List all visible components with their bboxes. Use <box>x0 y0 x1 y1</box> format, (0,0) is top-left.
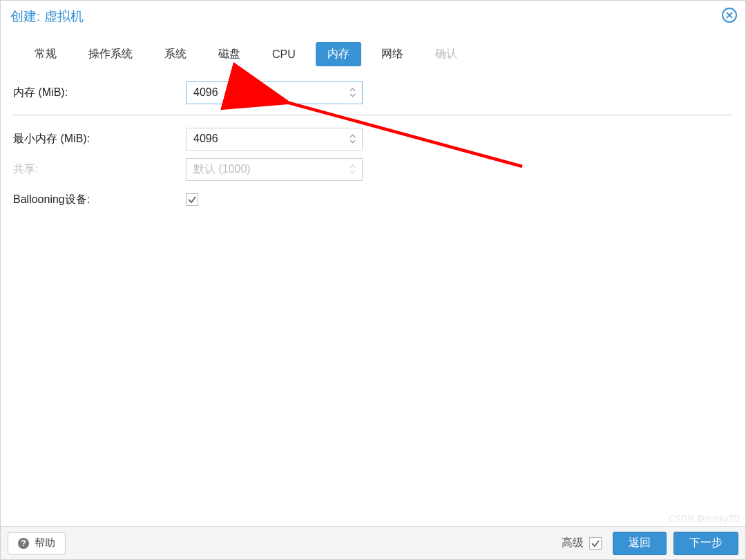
chevron-down-icon <box>350 170 356 174</box>
dialog-header: 创建: 虚拟机 <box>1 1 745 32</box>
shares-spinner-arrows <box>347 159 358 180</box>
form-body: 内存 (MiB): 最小内存 (MiB): 共享: <box>1 76 745 526</box>
min-memory-row: 最小内存 (MiB): <box>13 126 733 151</box>
memory-row: 内存 (MiB): <box>13 80 733 105</box>
shares-label: 共享: <box>13 162 186 177</box>
tab-os[interactable]: 操作系统 <box>77 42 144 66</box>
chevron-up-icon <box>350 164 356 168</box>
tab-system[interactable]: 系统 <box>153 42 198 66</box>
shares-input-wrapper <box>186 158 363 181</box>
check-icon <box>187 195 197 204</box>
chevron-down-icon <box>350 139 356 144</box>
chevron-down-icon <box>350 93 356 97</box>
min-memory-input[interactable] <box>186 128 362 150</box>
memory-input-wrapper <box>186 81 363 104</box>
help-button[interactable]: ? 帮助 <box>8 532 66 554</box>
create-vm-dialog: 创建: 虚拟机 常规 操作系统 系统 磁盘 CPU 内存 网络 确认 内存 (M… <box>0 0 746 560</box>
shares-row: 共享: <box>13 157 733 182</box>
tab-confirm: 确认 <box>423 42 469 66</box>
check-icon <box>591 539 600 548</box>
wizard-tabs: 常规 操作系统 系统 磁盘 CPU 内存 网络 确认 <box>1 32 745 76</box>
tab-disk[interactable]: 磁盘 <box>207 42 252 66</box>
back-button[interactable]: 返回 <box>613 532 667 555</box>
help-label: 帮助 <box>35 537 55 550</box>
help-icon: ? <box>18 538 29 549</box>
advanced-checkbox[interactable] <box>589 537 602 550</box>
tab-network[interactable]: 网络 <box>370 42 415 66</box>
next-button[interactable]: 下一步 <box>673 532 738 555</box>
close-icon <box>726 12 733 19</box>
min-memory-label: 最小内存 (MiB): <box>13 132 186 146</box>
advanced-label: 高级 <box>562 536 584 550</box>
ballooning-row: Ballooning设备: <box>13 187 733 212</box>
shares-input <box>186 159 362 180</box>
min-memory-spinner-arrows[interactable] <box>347 128 358 150</box>
tab-general[interactable]: 常规 <box>23 42 68 66</box>
memory-label: 内存 (MiB): <box>13 86 186 100</box>
memory-input[interactable] <box>186 82 362 104</box>
dialog-footer: ? 帮助 高级 返回 下一步 <box>1 526 745 559</box>
close-button[interactable] <box>722 8 737 23</box>
advanced-toggle[interactable]: 高级 <box>562 536 602 550</box>
memory-spinner-arrows[interactable] <box>347 82 358 104</box>
min-memory-input-wrapper <box>186 128 363 151</box>
dialog-title: 创建: 虚拟机 <box>10 8 84 26</box>
ballooning-label: Ballooning设备: <box>13 193 186 207</box>
chevron-up-icon <box>350 134 356 138</box>
chevron-up-icon <box>350 88 356 92</box>
tab-cpu[interactable]: CPU <box>260 44 307 66</box>
ballooning-checkbox[interactable] <box>186 193 198 206</box>
divider <box>13 115 733 115</box>
tab-memory[interactable]: 内存 <box>316 42 361 66</box>
